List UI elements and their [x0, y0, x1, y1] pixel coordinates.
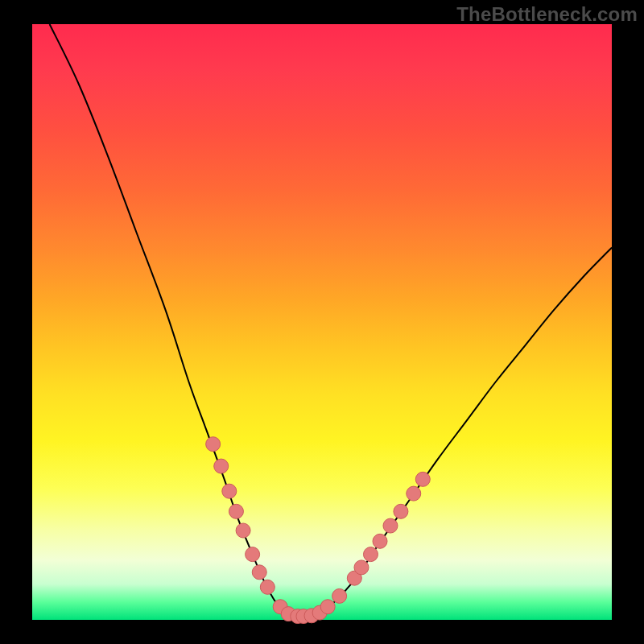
data-marker: [354, 560, 369, 575]
data-marker: [222, 484, 237, 498]
data-marker: [383, 518, 398, 533]
data-marker: [415, 472, 430, 486]
data-marker: [394, 504, 408, 518]
data-marker: [407, 486, 421, 501]
markers-group: [206, 437, 431, 624]
data-marker: [214, 459, 229, 473]
data-marker: [252, 565, 266, 580]
data-marker: [363, 547, 378, 562]
data-marker: [373, 534, 387, 548]
data-marker: [260, 580, 275, 594]
watermark-text: TheBottleneck.com: [456, 3, 638, 26]
plot-area: [32, 24, 612, 620]
data-marker: [332, 588, 347, 603]
chart-stage: TheBottleneck.com: [0, 0, 644, 644]
data-marker: [236, 523, 250, 538]
chart-svg: [32, 24, 612, 620]
data-marker: [246, 547, 260, 562]
data-marker: [320, 600, 335, 614]
data-marker: [229, 504, 243, 518]
bottleneck-curve: [50, 24, 612, 617]
data-marker: [206, 437, 221, 452]
